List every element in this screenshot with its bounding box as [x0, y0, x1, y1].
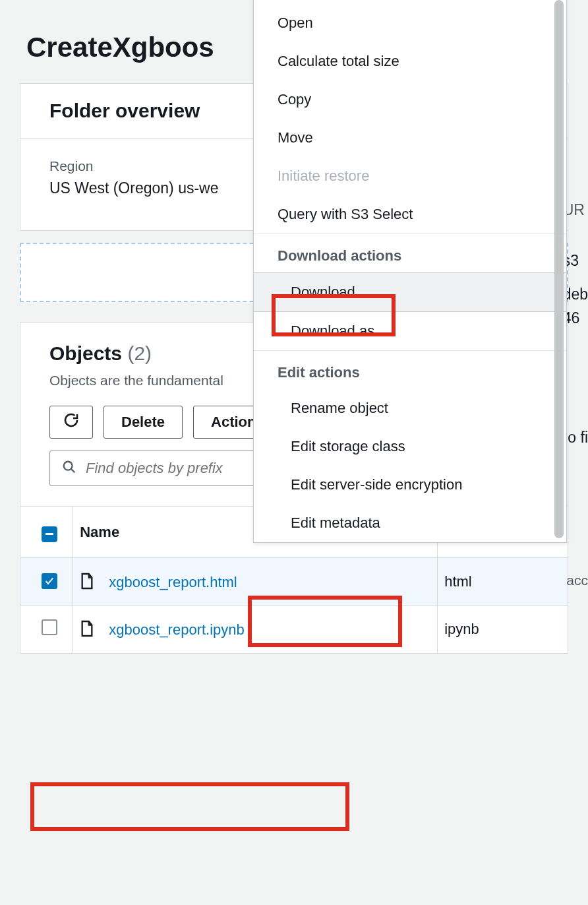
objects-subtitle: Objects are the fundamental — [49, 373, 223, 388]
row-checkbox[interactable] — [42, 619, 57, 635]
menu-item-open[interactable]: Open — [254, 4, 566, 42]
file-icon — [80, 621, 109, 638]
objects-count: (2) — [127, 342, 152, 364]
select-all-checkbox[interactable] — [42, 526, 57, 542]
menu-item-query-s3-select[interactable]: Query with S3 Select — [254, 195, 566, 234]
highlight-selected-row — [30, 782, 349, 831]
object-type: ipynb — [438, 606, 568, 653]
column-name-label: Name — [80, 524, 119, 540]
svg-point-0 — [64, 462, 73, 470]
delete-button[interactable]: Delete — [103, 406, 183, 439]
menu-item-copy[interactable]: Copy — [254, 80, 566, 119]
menu-item-download[interactable]: Download — [254, 272, 566, 312]
table-row[interactable]: xgboost_report.html html — [20, 558, 568, 606]
menu-section-edit-actions: Edit actions — [254, 350, 566, 389]
menu-item-edit-metadata[interactable]: Edit metadata — [254, 504, 566, 542]
objects-subtitle-cut: acc — [566, 573, 588, 588]
object-name-link[interactable]: xgboost_report.html — [109, 574, 237, 590]
row-checkbox[interactable] — [42, 573, 57, 589]
menu-item-calculate-total-size[interactable]: Calculate total size — [254, 42, 566, 80]
menu-item-edit-storage-class[interactable]: Edit storage class — [254, 427, 566, 466]
svg-line-1 — [71, 469, 74, 472]
drop-cut-text: o fi — [568, 429, 588, 447]
menu-item-rename-object[interactable]: Rename object — [254, 389, 566, 427]
object-type: html — [438, 558, 568, 606]
menu-item-move[interactable]: Move — [254, 119, 566, 157]
search-icon — [62, 460, 76, 477]
dropdown-scrollbar[interactable] — [554, 0, 564, 545]
refresh-icon — [63, 412, 79, 432]
menu-item-download-as[interactable]: Download as — [254, 312, 566, 350]
actions-dropdown: Open Calculate total size Copy Move Init… — [253, 0, 567, 543]
object-name-link[interactable]: xgboost_report.ipynb — [109, 621, 244, 638]
menu-item-edit-sse[interactable]: Edit server-side encryption — [254, 466, 566, 504]
refresh-button[interactable] — [49, 406, 93, 439]
objects-heading: Objects — [49, 342, 122, 364]
table-row[interactable]: xgboost_report.ipynb ipynb — [20, 606, 568, 653]
menu-item-initiate-restore: Initiate restore — [254, 157, 566, 195]
file-icon — [80, 574, 109, 590]
menu-section-download-actions: Download actions — [254, 234, 566, 272]
